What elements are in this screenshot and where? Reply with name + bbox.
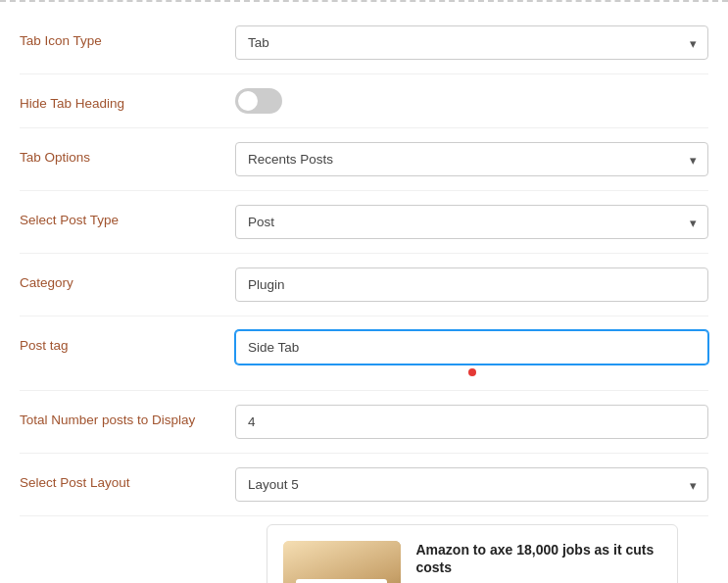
tab-icon-type-control: Tab Icon None ▾ [235,25,708,60]
post-tag-control [235,330,708,376]
select-post-type-field: Select Post Type Post Page Custom ▾ [20,191,708,254]
select-post-layout-select[interactable]: Layout 1 Layout 2 Layout 3 Layout 4 Layo… [235,467,708,502]
tab-options-control: Recents Posts Popular Posts Featured Pos… [235,142,708,176]
preview-image: amazon [283,541,401,583]
total-posts-control [235,405,708,439]
settings-panel: Tab Icon Type Tab Icon None ▾ Hide Tab H… [0,0,728,583]
select-post-type-select-wrapper: Post Page Custom ▾ [235,205,708,239]
category-label: Category [20,267,235,290]
error-indicator [468,368,476,376]
category-input[interactable] [235,267,708,302]
total-posts-field: Total Number posts to Display [20,391,708,454]
post-tag-input[interactable] [235,330,708,364]
tab-icon-type-field: Tab Icon Type Tab Icon None ▾ [20,12,708,74]
tab-options-label: Tab Options [20,142,235,165]
select-post-layout-field: Select Post Layout Layout 1 Layout 2 Lay… [20,454,708,516]
hide-tab-heading-field: Hide Tab Heading [20,74,708,128]
select-post-type-select[interactable]: Post Page Custom [235,205,708,239]
hide-tab-heading-label: Hide Tab Heading [20,88,235,111]
select-post-layout-control: Layout 1 Layout 2 Layout 3 Layout 4 Layo… [235,467,708,502]
tab-icon-type-select[interactable]: Tab Icon None [235,25,708,60]
select-post-layout-label: Select Post Layout [20,467,235,490]
hide-tab-heading-control [235,88,708,114]
total-posts-input[interactable] [235,405,708,439]
preview-section: amazon Amazon to axe 18,000 jobs as it c… [20,522,708,583]
category-field: Category [20,254,708,316]
select-post-type-label: Select Post Type [20,205,235,227]
preview-card: amazon Amazon to axe 18,000 jobs as it c… [267,524,678,583]
select-post-type-control: Post Page Custom ▾ [235,205,708,239]
tab-icon-type-select-wrapper: Tab Icon None ▾ [235,25,708,60]
post-tag-field: Post tag [20,316,708,391]
total-posts-label: Total Number posts to Display [20,405,235,427]
tab-icon-type-label: Tab Icon Type [20,25,235,48]
hide-tab-heading-toggle[interactable] [235,88,282,114]
category-control [235,267,708,302]
preview-title: Amazon to axe 18,000 jobs as it cuts cos… [416,541,661,576]
post-tag-label: Post tag [20,330,235,353]
tab-options-select-wrapper: Recents Posts Popular Posts Featured Pos… [235,142,708,176]
tab-options-select[interactable]: Recents Posts Popular Posts Featured Pos… [235,142,708,176]
tab-options-field: Tab Options Recents Posts Popular Posts … [20,128,708,191]
preview-content: Amazon to axe 18,000 jobs as it cuts cos… [416,541,661,583]
toggle-slider [235,88,282,114]
select-post-layout-select-wrapper: Layout 1 Layout 2 Layout 3 Layout 4 Layo… [235,467,708,502]
